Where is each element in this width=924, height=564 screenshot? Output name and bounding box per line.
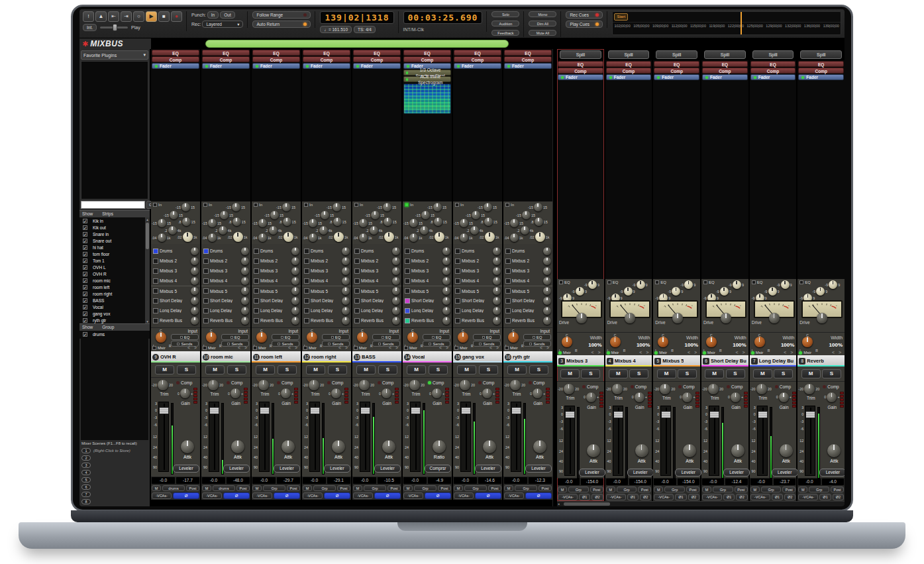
fader-point-button[interactable]: Post — [438, 485, 451, 491]
metering-point-button[interactable]: M — [504, 485, 513, 491]
hpf-knob[interactable] — [535, 232, 545, 242]
fader-point-button[interactable]: Post — [186, 485, 199, 491]
solo-button[interactable]: S — [227, 365, 246, 374]
output-1-button[interactable]: Ø1 — [723, 494, 735, 500]
fader-point-button[interactable]: Post — [488, 485, 501, 491]
peak-meter-readout[interactable]: -29.1 — [327, 477, 350, 484]
trim-knob[interactable] — [309, 380, 319, 390]
eq-in-checkbox[interactable] — [354, 203, 358, 207]
strip-visible-checkbox[interactable]: ✓ — [83, 285, 87, 290]
comp-attack-knob[interactable] — [780, 444, 793, 457]
strips-list-scrollbar[interactable]: ▴ ▾ — [145, 217, 150, 323]
strip-nameplate[interactable]: 9 OVH R — [151, 351, 200, 363]
send-level-knob[interactable] — [442, 267, 450, 275]
output-button[interactable]: Ø — [525, 492, 552, 499]
group-assign-button[interactable]: Grp — [313, 485, 336, 491]
gain-readout[interactable]: -0.0 — [504, 477, 527, 484]
vca-assign-button[interactable]: -VCAs- — [303, 492, 323, 499]
fader-active-led[interactable] — [205, 65, 208, 68]
strip-visibility-label[interactable]: hi hat — [93, 245, 103, 250]
vca-assign-button[interactable]: -VCAs- — [606, 494, 626, 500]
metering-point-button[interactable]: M — [454, 485, 463, 491]
eq-bypass-box[interactable] — [180, 336, 183, 339]
strip-nav-arrows[interactable]: < > — [736, 350, 746, 355]
output-2-button[interactable]: Ø2 — [833, 494, 844, 500]
send-enable-checkbox[interactable] — [455, 278, 460, 284]
send-enable-checkbox[interactable] — [505, 249, 511, 254]
play-button[interactable]: ▶ — [146, 11, 157, 22]
comp-gain-knob[interactable] — [231, 388, 240, 398]
strip-visible-checkbox[interactable]: ✓ — [83, 272, 87, 276]
fader-active-led[interactable] — [507, 65, 510, 68]
strip-visible-checkbox[interactable]: ✓ — [83, 252, 87, 256]
send-level-knob[interactable] — [493, 317, 501, 325]
comp-enable-led[interactable] — [727, 385, 730, 388]
trim-knob[interactable] — [660, 384, 670, 394]
send-enable-checkbox[interactable] — [354, 298, 360, 304]
favorite-plugins-dropdown[interactable]: Favorite Plugins ▾ — [81, 50, 148, 60]
goto-end-button[interactable]: ⇥ — [121, 11, 132, 22]
eq-lo-freq-knob[interactable] — [258, 233, 267, 242]
comp-mode-button[interactable]: Leveler — [324, 465, 350, 473]
comp-gain-knob[interactable] — [682, 392, 692, 402]
strip-visible-checkbox[interactable]: ✓ — [83, 318, 87, 323]
eq-in-checkbox[interactable] — [405, 203, 409, 207]
fader-processor-row[interactable]: Fader — [702, 74, 748, 80]
mixer-scene-button[interactable]: 4 — [81, 470, 91, 475]
eq-lo-freq-knob[interactable] — [359, 233, 368, 242]
drive-knob[interactable] — [769, 313, 780, 323]
mute-button[interactable]: M — [801, 369, 821, 378]
fader-active-led[interactable] — [801, 76, 804, 79]
eq-in-checkbox[interactable] — [655, 280, 659, 284]
comp-mode-button[interactable]: Leveler — [772, 469, 798, 477]
comp-enable-led[interactable] — [378, 381, 381, 384]
mute-button[interactable]: M — [507, 365, 527, 374]
stereo-width-value[interactable]: 100% — [733, 342, 746, 348]
send-level-knob[interactable] — [241, 287, 249, 295]
trim-knob[interactable] — [258, 380, 269, 390]
fader-active-led[interactable] — [407, 65, 409, 68]
strip-visibility-label[interactable]: room right — [93, 292, 112, 296]
send-level-knob[interactable] — [392, 297, 400, 305]
eq-lo-freq-knob[interactable] — [309, 233, 317, 242]
send-enable-checkbox[interactable] — [203, 288, 209, 294]
sends-bypass-box[interactable] — [378, 343, 381, 345]
eq-bypass-box[interactable] — [482, 336, 485, 339]
strip-name[interactable]: Mixbus 3 — [566, 358, 588, 364]
gain-readout[interactable]: -0.0 — [152, 477, 175, 484]
send-enable-checkbox[interactable] — [254, 278, 259, 284]
comp-enable-led[interactable] — [277, 381, 280, 384]
peak-meter-readout[interactable]: -154.0 — [629, 479, 651, 485]
fader-handle[interactable] — [360, 407, 370, 414]
master-assign-checkbox[interactable] — [253, 346, 257, 350]
fader-active-led[interactable] — [457, 65, 460, 68]
send-level-knob[interactable] — [493, 287, 501, 295]
peak-meter-readout[interactable]: -10.5 — [378, 477, 401, 484]
stereo-width-value[interactable]: 100% — [637, 342, 650, 348]
send-enable-checkbox[interactable] — [505, 268, 511, 274]
gain-readout[interactable]: -0.0 — [558, 479, 580, 485]
send-enable-checkbox[interactable] — [354, 249, 360, 254]
group-assign-button[interactable]: Grp — [664, 486, 685, 492]
strip-name[interactable]: Mixbus 4 — [615, 358, 636, 364]
fader-point-button[interactable]: Post — [539, 485, 552, 491]
group-visibility-label[interactable]: drums — [93, 332, 105, 337]
strip-nav-arrows[interactable]: < > — [187, 345, 198, 350]
monitor-dim-all-button[interactable]: Dim All — [529, 21, 556, 27]
comp-mode-button[interactable]: Leveler — [627, 469, 654, 477]
comp-mode-button[interactable]: Leveler — [475, 465, 501, 473]
send-enable-checkbox[interactable] — [304, 298, 309, 304]
vca-assign-button[interactable]: -VCAs- — [504, 492, 524, 499]
start-marker[interactable]: Start — [614, 13, 628, 21]
eq-in-checkbox[interactable] — [752, 280, 756, 284]
fader-processor-row[interactable]: Fader — [303, 63, 350, 69]
metering-point-button[interactable]: M — [353, 485, 362, 491]
fader-active-led[interactable] — [609, 76, 612, 79]
eq-hi-freq-knob[interactable] — [283, 217, 291, 226]
send-level-knob[interactable] — [191, 297, 199, 305]
send-enable-checkbox[interactable] — [203, 318, 209, 323]
eq-in-checkbox[interactable] — [607, 280, 611, 284]
input-button[interactable]: Input — [221, 329, 249, 333]
send-level-knob[interactable] — [442, 307, 450, 315]
send-level-knob[interactable] — [342, 267, 350, 275]
